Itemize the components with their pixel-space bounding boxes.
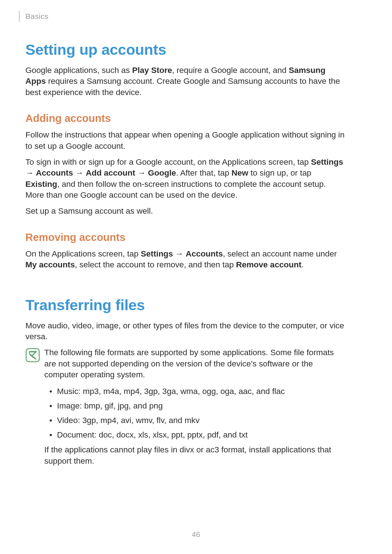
note-paragraph-1: The following file formats are supported… xyxy=(44,347,345,380)
heading-adding-accounts: Adding accounts xyxy=(25,112,345,124)
note-block: The following file formats are supported… xyxy=(25,347,345,472)
bold-settings: Settings xyxy=(141,249,173,258)
list-item: Image: bmp, gif, jpg, and png xyxy=(44,400,345,412)
formats-list: Music: mp3, m4a, mp4, 3gp, 3ga, wma, ogg… xyxy=(44,385,345,441)
text: To sign in with or sign up for a Google … xyxy=(25,157,311,167)
text: . After that, tap xyxy=(176,168,232,177)
list-item: Music: mp3, m4a, mp4, 3gp, 3ga, wma, ogg… xyxy=(44,385,345,398)
bold-remove-account: Remove account xyxy=(236,260,301,269)
transferring-paragraph: Move audio, video, image, or other types… xyxy=(25,320,345,342)
text: Google applications, such as xyxy=(25,66,132,75)
text: , select an account name under xyxy=(223,249,337,258)
note-paragraph-2: If the applications cannot play files in… xyxy=(44,444,345,467)
intro-paragraph: Google applications, such as Play Store,… xyxy=(25,65,345,98)
bold-accounts: Accounts xyxy=(185,249,223,258)
bold-my-accounts: My accounts xyxy=(25,260,75,269)
bold-settings: Settings xyxy=(311,157,343,167)
bold-existing: Existing xyxy=(25,180,57,189)
heading-setting-up-accounts: Setting up accounts xyxy=(25,41,345,58)
note-body: The following file formats are supported… xyxy=(44,347,345,472)
page-number: 46 xyxy=(0,530,392,539)
bold-play-store: Play Store xyxy=(132,66,172,75)
page-content: Setting up accounts Google applications,… xyxy=(25,36,345,472)
text: On the Applications screen, tap xyxy=(25,249,141,258)
text: to sign up, or tap xyxy=(248,168,311,177)
header-rule xyxy=(19,11,20,22)
list-item: Video: 3gp, mp4, avi, wmv, flv, and mkv xyxy=(44,414,345,427)
adding-paragraph-3: Set up a Samsung account as well. xyxy=(25,206,345,217)
removing-paragraph: On the Applications screen, tap Settings… xyxy=(25,249,345,271)
bold-new: New xyxy=(232,168,248,177)
page-header: Basics xyxy=(19,11,49,22)
adding-paragraph-1: Follow the instructions that appear when… xyxy=(25,130,345,152)
text: , and then follow the on-screen instruct… xyxy=(25,180,326,200)
text: . xyxy=(301,260,303,269)
bold-google: Google xyxy=(148,168,176,177)
text: requires a Samsung account. Create Googl… xyxy=(25,77,340,97)
bold-accounts: Accounts xyxy=(36,168,73,177)
heading-removing-accounts: Removing accounts xyxy=(25,231,345,243)
heading-transferring-files: Transferring files xyxy=(25,297,345,314)
text: , require a Google account, and xyxy=(172,66,289,75)
arrow-icon: → xyxy=(73,168,86,177)
bold-add-account: Add account xyxy=(86,168,135,177)
arrow-icon: → xyxy=(25,168,36,177)
section-label: Basics xyxy=(25,12,49,21)
note-icon xyxy=(25,348,40,362)
adding-paragraph-2: To sign in with or sign up for a Google … xyxy=(25,157,345,201)
arrow-icon: → xyxy=(135,168,148,177)
arrow-icon: → xyxy=(173,249,185,258)
list-item: Document: doc, docx, xls, xlsx, ppt, ppt… xyxy=(44,429,345,441)
text: , select the account to remove, and then… xyxy=(75,260,236,269)
